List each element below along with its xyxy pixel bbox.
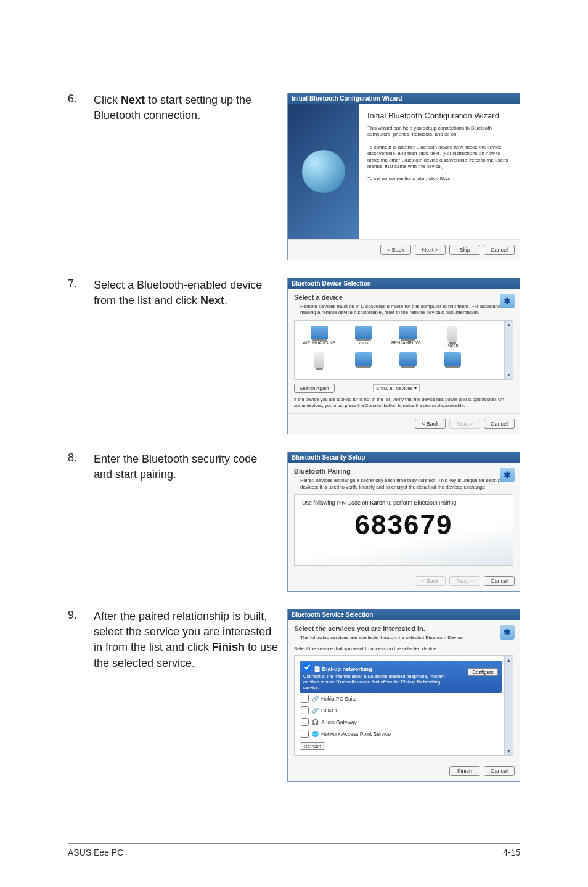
step-num: 8. (68, 452, 94, 464)
wizard-sidebar-image (288, 104, 359, 239)
step-7: 7. Select a Bluetooth-enabled device fro… (68, 278, 520, 434)
next-button[interactable]: Next > (415, 245, 446, 255)
refresh-button[interactable]: Refresh (300, 742, 325, 750)
device-select-dialog: Bluetooth Device Selection ✱ Select a de… (287, 278, 520, 434)
service-icon: 🎧 (311, 719, 319, 726)
text-lead: Select a Bluetooth-enabled device from t… (94, 279, 262, 307)
scrollbar[interactable]: ▲ ▼ (504, 656, 513, 755)
laptop-icon (355, 326, 372, 339)
service-checkbox[interactable] (301, 706, 309, 714)
device-label: AIR_HUANG-NB (297, 340, 341, 345)
pin-area: Use following PIN Code on Karen to perfo… (294, 494, 513, 566)
dialog-heading: Select the services you are interested i… (294, 625, 513, 632)
dialog-wrap: Initial Bluetooth Configuration Wizard I… (279, 93, 520, 260)
step-num: 6. (68, 93, 94, 105)
next-button: Next > (449, 576, 480, 586)
skip-button[interactable]: Skip (449, 245, 480, 255)
laptop-icon (311, 326, 328, 339)
device-label: asus (341, 340, 386, 345)
cancel-button[interactable]: Cancel (484, 245, 515, 255)
step-text: After the paired relationship is built, … (94, 609, 279, 671)
device-label: Karen (430, 343, 475, 347)
text-bold: Next (200, 294, 224, 307)
dialog-footer: < Back Next > Skip Cancel (288, 239, 520, 260)
back-button[interactable]: < Back (415, 419, 446, 429)
dialog-heading: Select a device (294, 294, 513, 301)
bluetooth-icon: ✱ (500, 294, 515, 308)
device-item[interactable] (430, 352, 475, 369)
service-item[interactable]: 🌐Network Access Point Service (300, 728, 513, 740)
scroll-down-icon[interactable]: ▼ (505, 746, 513, 755)
wizard-dialog: Initial Bluetooth Configuration Wizard I… (287, 93, 520, 260)
cancel-button[interactable]: Cancel (484, 766, 515, 776)
laptop-icon (444, 352, 461, 366)
cancel-button[interactable]: Cancel (484, 419, 515, 429)
scroll-down-icon[interactable]: ▼ (505, 371, 513, 379)
service-checkbox[interactable] (301, 718, 309, 726)
text-tail: . (224, 294, 227, 307)
service-checkbox[interactable] (301, 695, 309, 703)
service-checkbox[interactable] (303, 663, 311, 671)
device-item[interactable]: asus (341, 326, 386, 347)
service-icon: 🌐 (311, 730, 319, 738)
back-button[interactable]: < Back (380, 245, 411, 255)
scroll-thumb[interactable] (505, 665, 512, 746)
service-icon: 🔗 (311, 695, 319, 703)
text-bold: Next (121, 94, 145, 106)
dialog-wrap: Bluetooth Security Setup ✱ Bluetooth Pai… (279, 452, 520, 592)
service-item[interactable]: 🔗COM 1 (300, 704, 513, 716)
device-item[interactable]: Karen (430, 326, 475, 347)
device-item[interactable] (341, 352, 386, 369)
step-num: 9. (68, 609, 94, 622)
configure-button[interactable]: Configure (468, 668, 498, 676)
scroll-up-icon[interactable]: ▲ (505, 321, 513, 329)
dialog-heading: Bluetooth Pairing (294, 468, 513, 475)
document-icon: 📄 (314, 666, 321, 672)
device-item[interactable]: AIR_HUANG-NB (297, 326, 341, 347)
cancel-button[interactable]: Cancel (484, 576, 515, 586)
dialog-wrap: Bluetooth Service Selection ✱ Select the… (279, 609, 520, 782)
dialog-titlebar: Bluetooth Security Setup (288, 452, 520, 463)
pin-instruction: Use following PIN Code on Karen to perfo… (302, 500, 505, 506)
show-all-dropdown[interactable]: Show all devices ▾ (373, 384, 420, 392)
pin-device-name: Karen (370, 500, 386, 506)
finish-button[interactable]: Finish (449, 766, 480, 776)
wizard-content: Initial Bluetooth Configuration Wizard T… (359, 104, 520, 239)
service-item-selected[interactable]: 📄 Dial-up networking Connect to the Inte… (300, 661, 502, 693)
service-checkbox[interactable] (301, 730, 309, 738)
text-lead: Click (94, 94, 121, 106)
chevron-down-icon: ▾ (414, 386, 417, 391)
service-item[interactable]: 🎧Audio Gateway (300, 716, 513, 728)
scroll-up-icon[interactable]: ▲ (505, 656, 513, 664)
bluetooth-icon: ✱ (500, 468, 515, 482)
dialog-titlebar: Bluetooth Service Selection (288, 609, 520, 620)
scroll-thumb[interactable] (505, 330, 512, 370)
step-text: Enter the Bluetooth security code and st… (94, 452, 279, 482)
wizard-p3: To set up connections later, click Skip. (367, 176, 511, 182)
laptop-icon (355, 352, 372, 366)
footer-left: ASUS Eee PC (68, 848, 123, 857)
search-again-button[interactable]: Search Again (294, 384, 335, 393)
device-item[interactable] (297, 352, 341, 369)
service-dialog: Bluetooth Service Selection ✱ Select the… (287, 609, 520, 782)
service-label: COM 1 (321, 708, 338, 714)
device-item[interactable] (386, 352, 430, 369)
device-item[interactable]: BENJAMIN_W-... (386, 326, 430, 347)
step-text: Click Next to start setting up the Bluet… (94, 93, 279, 123)
wizard-p1: This wizard can help you set up connecti… (367, 125, 511, 138)
service-label: Audio Gateway (321, 719, 357, 725)
service-list: 📄 Dial-up networking Connect to the Inte… (294, 655, 513, 756)
wizard-p2: To connect to another Bluetooth device n… (367, 144, 511, 170)
bluetooth-icon: ✱ (500, 625, 515, 640)
device-row: AIR_HUANG-NB asus BENJAMIN_W-... Karen (297, 326, 510, 374)
step-9: 9. After the paired relationship is buil… (68, 609, 520, 782)
next-button[interactable]: Next > (449, 419, 480, 429)
device-grid: AIR_HUANG-NB asus BENJAMIN_W-... Karen ▲… (294, 320, 513, 380)
dialog-footer: < Back Next > Cancel (288, 413, 520, 434)
service-item[interactable]: 🔗Nokia PC Suite (300, 693, 513, 704)
phone-icon (314, 352, 324, 368)
step-text: Select a Bluetooth-enabled device from t… (94, 278, 279, 308)
step-6: 6. Click Next to start setting up the Bl… (68, 93, 520, 260)
scrollbar[interactable]: ▲ ▼ (504, 321, 513, 379)
service-instruction: Select the service that you want to acce… (294, 646, 513, 651)
